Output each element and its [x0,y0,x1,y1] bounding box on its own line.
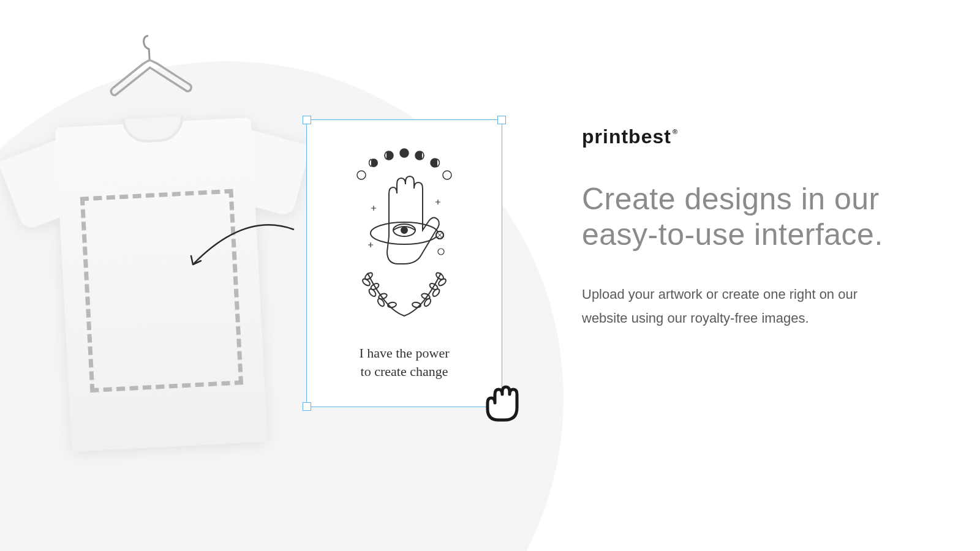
svg-point-12 [438,249,444,255]
svg-point-3 [400,149,409,157]
design-selection-frame[interactable]: I have the power to create change [306,119,502,407]
resize-handle-tr[interactable] [497,116,506,124]
logo-mark: ® [673,128,678,135]
artwork-caption-line2: to create change [331,362,478,381]
drag-arrow-icon [178,214,300,288]
tshirt-shape [6,115,318,473]
artwork-caption: I have the power to create change [331,344,478,380]
headline: Create designs in our easy-to-use interf… [582,182,907,252]
svg-point-8 [401,227,407,233]
mystical-hand-illustration [331,144,478,328]
artwork-caption-line1: I have the power [331,344,478,362]
brand-logo: printbest® [582,126,677,148]
artwork-content: I have the power to create change [331,144,478,380]
hanger-icon [99,28,202,131]
text-content: printbest® Create designs in our easy-to… [582,126,907,330]
svg-point-6 [443,171,451,179]
logo-text: printbest [582,126,671,148]
description: Upload your artwork or create one right … [582,283,907,330]
resize-handle-bl[interactable] [303,402,311,411]
resize-handle-tl[interactable] [303,116,311,124]
svg-point-0 [357,171,366,179]
grab-cursor-icon [477,380,532,429]
